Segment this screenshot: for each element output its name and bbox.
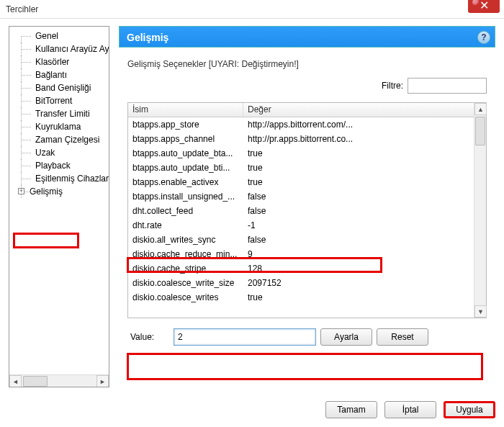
close-button[interactable]: ✕: [468, 0, 500, 13]
table-header: İsim Değer: [128, 103, 486, 117]
cell-value: true: [243, 163, 474, 173]
apply-button[interactable]: Uygula: [444, 401, 495, 418]
sidebar-item-8[interactable]: Zaman Çizelgesi: [9, 133, 109, 146]
cell-value: false: [243, 235, 474, 245]
table-row[interactable]: btapps.app_storehttp://apps.bittorrent.c…: [128, 117, 474, 132]
sidebar-item-11[interactable]: Eşitlenmiş Cihazlar: [9, 172, 109, 185]
scroll-up-icon[interactable]: ▲: [474, 103, 487, 115]
cell-name: diskio.all_writes_sync: [128, 235, 243, 245]
sidebar-item-label: Band Genişliği: [35, 83, 91, 93]
column-header-name[interactable]: İsim: [128, 103, 243, 117]
set-button[interactable]: Ayarla: [320, 328, 372, 346]
close-icon: ✕: [480, 0, 489, 12]
table-row[interactable]: diskio.all_writes_syncfalse: [128, 233, 474, 247]
cell-name: dht.collect_feed: [128, 206, 243, 216]
reset-button[interactable]: Reset: [377, 328, 428, 346]
dialog-buttons: Tamam İptal Uygula: [325, 401, 495, 418]
table-row[interactable]: btapps.apps_channelhttp://pr.apps.bittor…: [128, 132, 474, 146]
sidebar-item-label: Eşitlenmiş Cihazlar: [35, 174, 109, 184]
cell-value: false: [243, 192, 474, 202]
sidebar-item-label: Zaman Çizelgesi: [35, 135, 99, 145]
cancel-button[interactable]: İptal: [384, 401, 436, 418]
table-row[interactable]: btapps.auto_update_bta...true: [128, 146, 474, 161]
sidebar-item-label: Transfer Limiti: [35, 109, 90, 119]
sidebar-item-4[interactable]: Band Genişliği: [9, 81, 109, 94]
cell-value: true: [243, 177, 474, 187]
cell-name: dht.rate: [128, 220, 243, 230]
cell-name: diskio.coalesce_write_size: [128, 278, 243, 288]
scroll-right-icon[interactable]: ►: [96, 375, 109, 387]
value-input[interactable]: [174, 328, 316, 346]
cell-value: 9: [243, 249, 474, 259]
cell-value: true: [243, 292, 474, 302]
cell-name: btapps.app_store: [128, 120, 243, 130]
table-row[interactable]: btapps.install_unsigned_...false: [128, 189, 474, 204]
cell-value: 2097152: [243, 278, 474, 288]
sidebar-item-1[interactable]: Kullanıcı Arayüz Ay: [9, 42, 109, 55]
table-row[interactable]: dht.rate-1: [128, 218, 474, 233]
table-row[interactable]: diskio.coalesce_writestrue: [128, 290, 474, 305]
sidebar-item-3[interactable]: Bağlantı: [9, 68, 109, 81]
preferences-tree: GenelKullanıcı Arayüz AyKlasörlerBağlant…: [9, 26, 109, 387]
cell-value: -1: [243, 220, 474, 230]
cell-name: btapps.enable_activex: [128, 177, 243, 187]
table-vertical-scrollbar[interactable]: ▲ ▼: [474, 103, 486, 318]
sidebar-item-5[interactable]: BitTorrent: [9, 94, 109, 107]
help-icon[interactable]: ?: [477, 31, 490, 44]
sidebar-item-6[interactable]: Transfer Limiti: [9, 107, 109, 120]
warning-text: Gelişmiş Seçenekler [UYARI: Değiştirmeyi…: [127, 59, 495, 69]
cell-name: diskio.cache_reduce_min...: [128, 249, 243, 259]
scroll-down-icon[interactable]: ▼: [474, 305, 487, 318]
sidebar-item-12[interactable]: +Gelişmiş: [9, 185, 109, 198]
titlebar: Tercihler ✕: [0, 0, 504, 19]
sidebar-item-label: BitTorrent: [35, 96, 72, 106]
cell-name: btapps.auto_update_bti...: [128, 163, 243, 173]
sidebar-item-label: Genel: [35, 31, 58, 41]
scroll-thumb[interactable]: [475, 117, 485, 145]
filter-input[interactable]: [408, 78, 487, 94]
column-header-value[interactable]: Değer: [243, 103, 486, 117]
cell-name: diskio.cache_stripe: [128, 264, 243, 274]
cell-value: false: [243, 206, 474, 216]
scroll-left-icon[interactable]: ◄: [9, 375, 22, 387]
cell-name: btapps.install_unsigned_...: [128, 192, 243, 202]
table-row[interactable]: diskio.coalesce_write_size2097152: [128, 276, 474, 290]
sidebar-item-10[interactable]: Playback: [9, 159, 109, 172]
table-row[interactable]: diskio.cache_stripe128: [128, 261, 474, 276]
advanced-panel: Gelişmiş ? Gelişmiş Seçenekler [UYARI: D…: [119, 26, 495, 387]
cell-value: http://pr.apps.bittorrent.co...: [243, 134, 474, 144]
sidebar-item-label: Bağlantı: [35, 70, 67, 80]
cell-value: http://apps.bittorrent.com/...: [243, 120, 474, 130]
sidebar-item-label: Kuyruklama: [35, 122, 81, 132]
sidebar-horizontal-scrollbar[interactable]: ◄ ►: [9, 374, 109, 387]
filter-label: Filtre:: [382, 81, 403, 91]
expand-icon[interactable]: +: [18, 188, 24, 194]
sidebar-item-label: Uzak: [35, 148, 55, 158]
cell-name: diskio.coalesce_writes: [128, 292, 243, 302]
table-row[interactable]: dht.collect_feedfalse: [128, 204, 474, 218]
ok-button[interactable]: Tamam: [325, 401, 377, 418]
sidebar-item-0[interactable]: Genel: [9, 30, 109, 42]
cell-value: 128: [243, 264, 474, 274]
panel-header: Gelişmiş ?: [119, 26, 495, 48]
sidebar-item-7[interactable]: Kuyruklama: [9, 120, 109, 133]
table-row[interactable]: btapps.enable_activextrue: [128, 175, 474, 189]
sidebar-item-label: Gelişmiş: [30, 186, 63, 197]
sidebar-item-label: Playback: [35, 161, 71, 171]
window-title: Tercihler: [6, 4, 38, 14]
table-row[interactable]: diskio.cache_reduce_min...9: [128, 247, 474, 261]
cell-name: btapps.apps_channel: [128, 134, 243, 144]
sidebar-item-label: Kullanıcı Arayüz Ay: [35, 44, 109, 54]
value-editor-row: Value: Ayarla Reset: [127, 325, 487, 349]
sidebar-item-label: Klasörler: [35, 57, 69, 67]
cell-value: true: [243, 148, 474, 158]
sidebar-item-2[interactable]: Klasörler: [9, 55, 109, 68]
cell-name: btapps.auto_update_bta...: [128, 148, 243, 158]
panel-title: Gelişmiş: [127, 32, 168, 43]
value-label: Value:: [130, 332, 169, 342]
table-row[interactable]: btapps.auto_update_bti...true: [128, 161, 474, 175]
settings-table: İsim Değer btapps.app_storehttp://apps.b…: [127, 102, 487, 318]
sidebar-item-9[interactable]: Uzak: [9, 146, 109, 159]
scroll-thumb[interactable]: [23, 376, 48, 387]
